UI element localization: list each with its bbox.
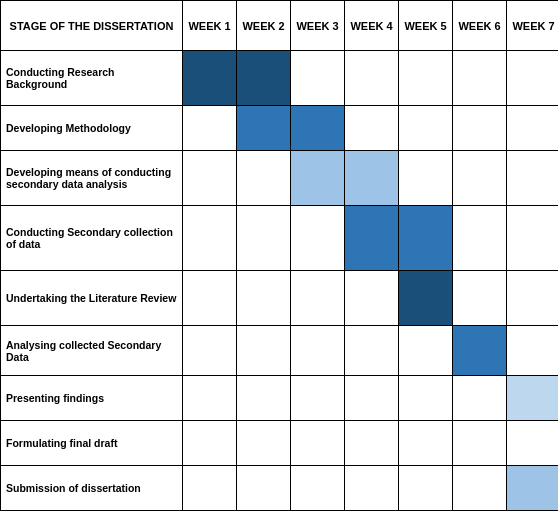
gantt-cell [453,376,507,421]
gantt-cell [345,466,399,511]
gantt-cell [237,466,291,511]
gantt-cell [183,151,237,206]
week3-header: WEEK 3 [291,1,345,51]
header-row: STAGE OF THE DISSERTATION WEEK 1 WEEK 2 … [1,1,559,51]
gantt-cell [183,106,237,151]
gantt-cell [453,51,507,106]
gantt-cell [345,206,399,271]
stage-label-cell: Presenting findings [1,376,183,421]
gantt-cell [399,421,453,466]
table-row: Developing Methodology [1,106,559,151]
gantt-cell [453,326,507,376]
stage-header-label: STAGE OF THE DISSERTATION [10,20,174,32]
gantt-cell [183,271,237,326]
gantt-cell [291,271,345,326]
gantt-cell [453,151,507,206]
stage-label-cell: Analysing collected Secondary Data [1,326,183,376]
gantt-cell [345,376,399,421]
gantt-cell [237,51,291,106]
gantt-cell [291,51,345,106]
stage-header: STAGE OF THE DISSERTATION [1,1,183,51]
gantt-cell [291,376,345,421]
gantt-cell [345,421,399,466]
gantt-cell [345,271,399,326]
gantt-cell [399,106,453,151]
week1-header: WEEK 1 [183,1,237,51]
gantt-cell [183,51,237,106]
gantt-cell [237,326,291,376]
stage-label-cell: Developing means of conducting secondary… [1,151,183,206]
gantt-cell [345,151,399,206]
gantt-cell [507,151,559,206]
gantt-cell [291,206,345,271]
table-row: Undertaking the Literature Review [1,271,559,326]
gantt-cell [507,51,559,106]
gantt-cell [507,466,559,511]
gantt-cell [399,51,453,106]
gantt-cell [399,466,453,511]
table-row: Submission of dissertation [1,466,559,511]
gantt-cell [507,206,559,271]
gantt-cell [183,466,237,511]
gantt-cell [453,106,507,151]
gantt-cell [291,421,345,466]
gantt-cell [183,376,237,421]
gantt-cell [291,466,345,511]
stage-label-cell: Formulating final draft [1,421,183,466]
stage-label-cell: Conducting Secondary collection of data [1,206,183,271]
gantt-cell [183,326,237,376]
gantt-cell [399,326,453,376]
week5-header: WEEK 5 [399,1,453,51]
gantt-cell [237,151,291,206]
gantt-cell [453,421,507,466]
gantt-cell [237,376,291,421]
table-row: Conducting Secondary collection of data [1,206,559,271]
stage-label-cell: Developing Methodology [1,106,183,151]
table-row: Presenting findings [1,376,559,421]
gantt-cell [507,376,559,421]
gantt-cell [183,421,237,466]
gantt-cell [453,271,507,326]
gantt-cell [453,206,507,271]
gantt-cell [507,421,559,466]
gantt-cell [345,51,399,106]
gantt-cell [237,106,291,151]
gantt-cell [237,421,291,466]
stage-label-cell: Conducting Research Background [1,51,183,106]
gantt-cell [291,106,345,151]
gantt-cell [453,466,507,511]
table-row: Analysing collected Secondary Data [1,326,559,376]
gantt-cell [399,376,453,421]
gantt-cell [507,326,559,376]
week4-header: WEEK 4 [345,1,399,51]
week7-header: WEEK 7 [507,1,559,51]
stage-label-cell: Undertaking the Literature Review [1,271,183,326]
week2-header: WEEK 2 [237,1,291,51]
table-row: Developing means of conducting secondary… [1,151,559,206]
gantt-table: STAGE OF THE DISSERTATION WEEK 1 WEEK 2 … [0,0,558,511]
gantt-cell [183,206,237,271]
gantt-cell [291,151,345,206]
gantt-cell [237,206,291,271]
gantt-cell [237,271,291,326]
table-row: Conducting Research Background [1,51,559,106]
gantt-cell [507,106,559,151]
gantt-cell [399,271,453,326]
gantt-cell [399,151,453,206]
stage-label-cell: Submission of dissertation [1,466,183,511]
gantt-cell [291,326,345,376]
gantt-cell [507,271,559,326]
gantt-cell [345,326,399,376]
week6-header: WEEK 6 [453,1,507,51]
table-row: Formulating final draft [1,421,559,466]
gantt-cell [345,106,399,151]
gantt-cell [399,206,453,271]
